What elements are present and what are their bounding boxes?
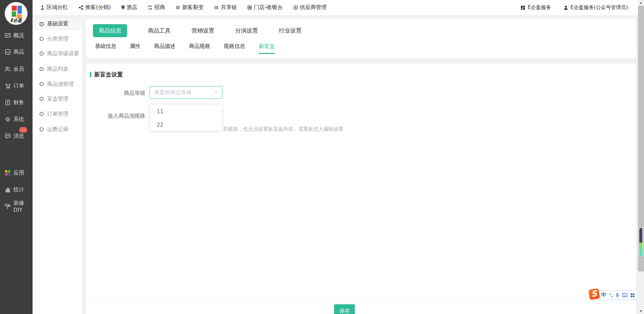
spec-hint-text: 关规格，也无法设置新盲盒内容，需重新进入编辑设置 bbox=[223, 126, 343, 132]
subtab-specs[interactable]: 商品规格 bbox=[189, 43, 210, 53]
section-accent-bar bbox=[90, 72, 91, 77]
topnav-item-supplier[interactable]: S 供应商管理 bbox=[293, 4, 327, 11]
tab-goods-tools[interactable]: 商品工具 bbox=[148, 27, 171, 35]
finance-icon bbox=[4, 99, 11, 106]
triangle-up-icon bbox=[640, 2, 642, 4]
scroll-up-button[interactable] bbox=[638, 0, 644, 6]
submenu-item-category[interactable]: 分类管理 bbox=[33, 33, 83, 45]
sidebar-item-members[interactable]: 会员 bbox=[0, 65, 33, 73]
submenu-label: 订单管理 bbox=[47, 111, 68, 118]
admin-screen: E企盈 概况 商品 会员 订单 财务 系统 消息 … bbox=[0, 0, 644, 314]
sidebar-item-stats[interactable]: 统计 bbox=[0, 186, 33, 194]
sidebar-item-diy[interactable]: 装修DIY bbox=[0, 202, 33, 210]
submenu-item-blind-box[interactable]: 盲盒管理 bbox=[33, 93, 83, 105]
sogou-logo-icon[interactable]: S bbox=[587, 287, 601, 301]
submenu-item-basic-settings[interactable]: 基础设置 bbox=[33, 18, 83, 30]
tab-industry-settings[interactable]: 行业设置 bbox=[279, 27, 302, 35]
orders-icon bbox=[4, 82, 11, 89]
submenu-label: 基础设置 bbox=[47, 20, 68, 27]
subtab-basic-info[interactable]: 基础信息 bbox=[95, 43, 116, 53]
overview-icon bbox=[4, 32, 11, 39]
submenu-item-freight-records[interactable]: 运费记录 bbox=[33, 124, 83, 135]
topnav-item-region-dividend[interactable]: 区域分红 bbox=[40, 4, 68, 11]
submenu-item-goods-list[interactable]: 商品列表 bbox=[33, 63, 83, 75]
storefront-icon bbox=[247, 5, 252, 10]
account-menu[interactable]: E企盈服务(公众号管理员) bbox=[563, 4, 628, 11]
radio-circle-icon bbox=[40, 127, 44, 131]
tab-goods-info[interactable]: 商品信息 bbox=[93, 24, 127, 37]
level-dropdown: 11 22 bbox=[150, 104, 222, 131]
sidebar-item-label: 应用 bbox=[13, 170, 24, 177]
sidebar-item-messages[interactable]: 消息 bbox=[0, 132, 33, 140]
tab-profit-settings[interactable]: 分润设置 bbox=[235, 27, 258, 35]
topnav-label: 酒店 bbox=[126, 4, 137, 11]
tabs-card: 商品信息 商品工具 营销设置 分润设置 行业设置 基础信息 属性 商品描述 商品… bbox=[86, 18, 636, 58]
submenu-item-order-manage[interactable]: 订单管理 bbox=[33, 108, 83, 120]
topnav-label: 新客裂变 bbox=[182, 4, 204, 11]
sidebar-item-label: 财务 bbox=[13, 99, 24, 106]
radio-circle-icon bbox=[40, 52, 44, 56]
topnav-item-share-chain[interactable]: 共享链 bbox=[214, 4, 237, 11]
message-icon bbox=[4, 133, 11, 139]
section-title: 新盲盒设置 bbox=[94, 71, 123, 78]
sidebar-item-goods[interactable]: 商品 bbox=[0, 48, 33, 56]
ime-lang-toggle[interactable]: 中 bbox=[601, 292, 606, 299]
topnav-label: 区域分红 bbox=[47, 4, 68, 11]
submenu-label: 商品列表 bbox=[47, 66, 68, 73]
sidebar-item-system[interactable]: 系统 bbox=[0, 115, 33, 123]
settings-submenu: 基础设置 分类管理 商品等级设置 商品列表 商品池管理 盲盒管理 订单管理 运费… bbox=[33, 18, 83, 314]
sidebar-item-label: 商品 bbox=[13, 49, 24, 56]
level-select[interactable]: 请选择商品等级 bbox=[150, 86, 222, 99]
pool-spec-label: 放入商品池规格 bbox=[86, 113, 145, 120]
topnav-item-store-cashier[interactable]: 门店-收银台 bbox=[247, 4, 283, 11]
topnav-label: 门店-收银台 bbox=[254, 4, 283, 11]
topnav-item-fission[interactable]: 新客裂变 bbox=[175, 4, 204, 11]
sidebar-item-overview[interactable]: 概况 bbox=[0, 32, 33, 40]
sidebar-item-label: 会员 bbox=[13, 66, 24, 73]
topnav-label: 共享链 bbox=[221, 4, 237, 11]
radio-circle-icon bbox=[40, 22, 44, 26]
subtab-spec-info[interactable]: 规格信息 bbox=[224, 43, 245, 53]
logo-text: E企盈 bbox=[5, 17, 28, 23]
submenu-label: 运费记录 bbox=[47, 126, 68, 133]
sogou-tools-icon[interactable] bbox=[630, 293, 635, 298]
triangle-down-icon bbox=[640, 310, 642, 312]
sidebar-item-label: 概况 bbox=[13, 32, 24, 39]
logo-block-blue bbox=[17, 6, 22, 14]
submenu-label: 商品等级设置 bbox=[47, 50, 79, 57]
dropdown-option[interactable]: 11 bbox=[150, 105, 222, 118]
subtab-new-blind-box[interactable]: 新盲盒 bbox=[259, 43, 275, 54]
topnav-item-investment[interactable]: 招商 bbox=[148, 4, 165, 11]
sidebar-item-apps[interactable]: 应用 bbox=[0, 169, 33, 177]
main-tabs: 商品信息 商品工具 营销设置 分润设置 行业设置 bbox=[93, 24, 302, 37]
save-button[interactable]: 保存 bbox=[334, 304, 355, 314]
services-menu[interactable]: E企盈服务 bbox=[520, 4, 551, 11]
mic-icon[interactable] bbox=[615, 293, 620, 298]
tab-marketing-settings[interactable]: 营销设置 bbox=[192, 27, 214, 35]
radio-circle-icon bbox=[40, 37, 44, 41]
level-select-placeholder: 请选择商品等级 bbox=[154, 89, 213, 96]
logo-block-red bbox=[12, 6, 17, 11]
page-scrollbar bbox=[638, 0, 644, 314]
keyboard-icon[interactable] bbox=[622, 293, 628, 297]
topnav-item-promoter[interactable]: 推客(分销) bbox=[78, 4, 111, 11]
app-logo[interactable]: E企盈 bbox=[5, 2, 28, 25]
submenu-label: 商品池管理 bbox=[47, 81, 74, 88]
scroll-down-button[interactable] bbox=[638, 308, 644, 314]
logo-block-green bbox=[12, 11, 16, 17]
message-badge: … bbox=[19, 127, 27, 133]
sidebar-item-finance[interactable]: 财务 bbox=[0, 99, 33, 107]
topnav-item-hotel[interactable]: ¥ 酒店 bbox=[121, 4, 137, 11]
ime-punctuation-toggle[interactable]: °, bbox=[609, 293, 612, 298]
subtab-attributes[interactable]: 属性 bbox=[130, 43, 141, 53]
recycle-icon bbox=[148, 5, 153, 10]
chevron-up-icon bbox=[213, 90, 219, 95]
submenu-item-goods-level[interactable]: 商品等级设置 bbox=[33, 48, 83, 59]
subtab-description[interactable]: 商品描述 bbox=[154, 43, 175, 53]
submenu-item-goods-pool[interactable]: 商品池管理 bbox=[33, 78, 83, 90]
radio-circle-icon bbox=[40, 112, 44, 116]
dropdown-option[interactable]: 22 bbox=[150, 118, 222, 131]
sidebar-item-orders[interactable]: 订单 bbox=[0, 82, 33, 90]
supplier-icon: S bbox=[293, 5, 298, 10]
submenu-label: 盲盒管理 bbox=[47, 96, 68, 103]
